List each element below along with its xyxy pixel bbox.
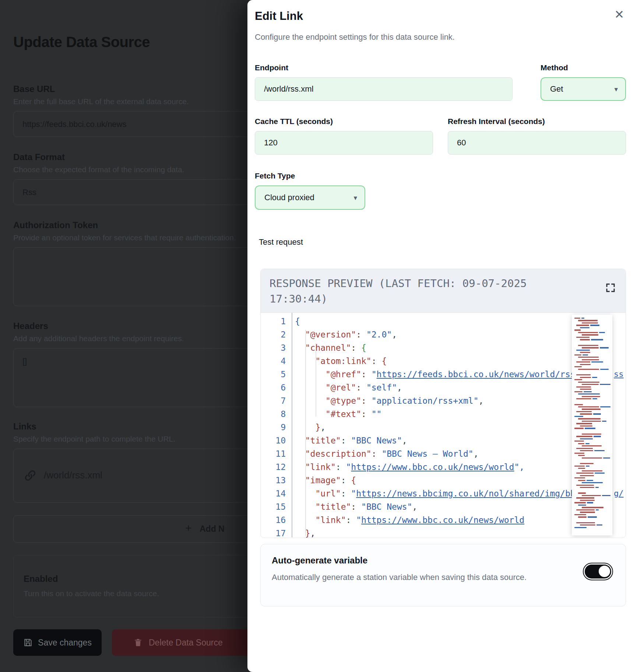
data-format-help: Choose the expected format of the incomi…	[13, 165, 184, 174]
link-icon	[24, 469, 37, 482]
response-preview-header: RESPONSE PREVIEW (LAST FETCH: 09-07-2025…	[261, 269, 626, 313]
base-url-label: Base URL	[13, 84, 55, 94]
trash-icon	[133, 638, 143, 647]
autogen-card: Auto-generate variable Automatically gen…	[260, 544, 626, 606]
headers-label: Headers	[13, 321, 48, 331]
add-link-label: Add N	[200, 524, 225, 534]
link-item-path: /world/rss.xml	[44, 470, 102, 481]
data-format-label: Data Format	[13, 152, 65, 162]
chevron-down-icon: ▾	[614, 85, 618, 93]
auth-token-label: Authorization Token	[13, 220, 98, 230]
panel-title: Edit Link	[255, 10, 303, 23]
chevron-down-icon: ▾	[353, 194, 357, 202]
response-preview: RESPONSE PREVIEW (LAST FETCH: 09-07-2025…	[260, 269, 626, 538]
enabled-label: Enabled	[24, 574, 58, 584]
auth-token-help: Provide an optional token for services t…	[13, 233, 236, 242]
links-label: Links	[13, 421, 36, 432]
response-preview-title: RESPONSE PREVIEW (LAST FETCH: 09-07-2025…	[270, 276, 564, 307]
fetch-type-select[interactable]: Cloud proxied ▾	[255, 185, 365, 210]
refresh-interval-input[interactable]	[448, 131, 626, 155]
close-icon[interactable]: ×	[615, 9, 624, 20]
cache-ttl-input[interactable]	[255, 131, 433, 155]
code-link-tail: g/	[614, 489, 624, 502]
toggle-track	[585, 565, 611, 579]
code-gutter: 1234567891011121314151617	[261, 313, 292, 537]
expand-icon[interactable]	[605, 282, 616, 293]
autogen-title: Auto-generate variable	[272, 555, 367, 566]
panel-subtitle: Configure the endpoint settings for this…	[255, 32, 455, 42]
save-button[interactable]: Save changes	[13, 629, 102, 656]
code-link-tail: ss	[614, 369, 624, 383]
save-icon	[23, 638, 33, 647]
test-request-button[interactable]: Test request	[259, 237, 303, 247]
autogen-desc: Automatically generate a station variabl…	[272, 571, 544, 584]
base-url-help: Enter the full base URL of the external …	[13, 97, 189, 106]
method-label: Method	[541, 63, 568, 72]
fetch-type-label: Fetch Type	[255, 171, 295, 180]
code-lines: { "@version": "2.0", "channel": { "atom:…	[295, 316, 572, 538]
page-title: Update Data Source	[13, 34, 150, 50]
endpoint-label: Endpoint	[255, 63, 288, 72]
toggle-knob	[599, 566, 610, 577]
enabled-help: Turn this on to activate the data source…	[24, 589, 159, 598]
code-viewer: 1234567891011121314151617 { "@version": …	[261, 313, 626, 537]
method-select[interactable]: Get ▾	[541, 77, 626, 101]
refresh-interval-label: Refresh Interval (seconds)	[448, 117, 545, 126]
headers-help: Add any additional headers the endpoint …	[13, 334, 184, 343]
autogen-toggle[interactable]	[583, 563, 613, 580]
code-minimap[interactable]	[572, 315, 612, 535]
plus-icon: +	[185, 522, 192, 534]
cache-ttl-label: Cache TTL (seconds)	[255, 117, 333, 126]
links-help: Specify the endpoint path to complete th…	[13, 435, 175, 443]
endpoint-input[interactable]	[255, 77, 513, 101]
edit-link-panel: Edit Link × Configure the endpoint setti…	[247, 0, 637, 672]
